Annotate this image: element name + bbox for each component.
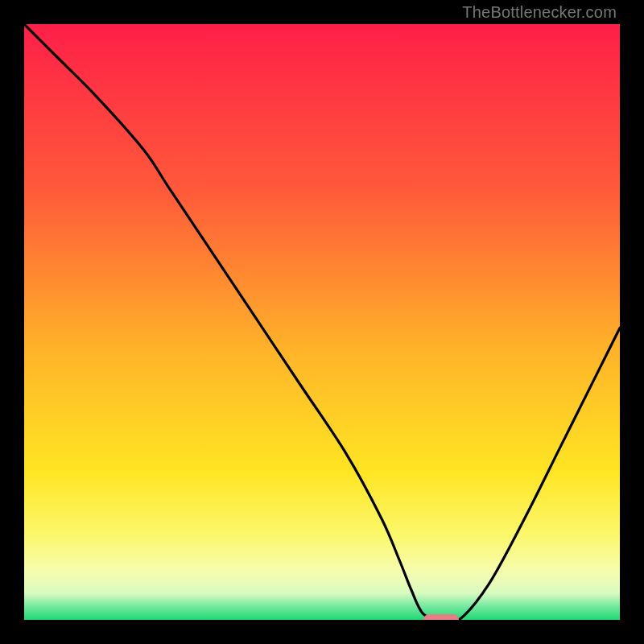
chart-frame: TheBottlenecker.com: [0, 0, 644, 644]
watermark-text: TheBottlenecker.com: [462, 3, 617, 22]
plot-area: [24, 24, 620, 620]
bottleneck-curve: [24, 24, 620, 620]
optimal-marker: [423, 614, 459, 620]
